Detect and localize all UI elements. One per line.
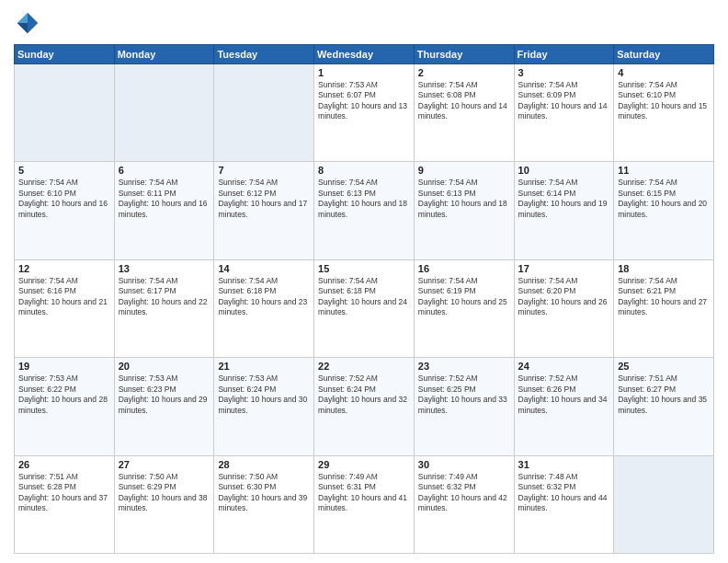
day-info: Sunrise: 7:50 AMSunset: 6:30 PMDaylight:…	[218, 472, 307, 512]
calendar-cell: 28 Sunrise: 7:50 AMSunset: 6:30 PMDaylig…	[214, 455, 314, 553]
day-number: 26	[18, 459, 110, 470]
day-info: Sunrise: 7:54 AMSunset: 6:16 PMDaylight:…	[18, 276, 108, 316]
day-number: 3	[518, 67, 610, 78]
day-info: Sunrise: 7:48 AMSunset: 6:32 PMDaylight:…	[518, 472, 608, 512]
day-info: Sunrise: 7:53 AMSunset: 6:23 PMDaylight:…	[119, 373, 208, 414]
day-number: 22	[318, 361, 410, 372]
day-info: Sunrise: 7:54 AMSunset: 6:13 PMDaylight:…	[318, 178, 407, 218]
day-number: 14	[218, 263, 310, 274]
day-info: Sunrise: 7:54 AMSunset: 6:18 PMDaylight:…	[218, 276, 307, 316]
day-number: 15	[318, 263, 410, 274]
weekday-header-saturday: Saturday	[614, 45, 714, 64]
day-number: 24	[518, 361, 610, 372]
header	[14, 9, 714, 37]
calendar-cell: 11 Sunrise: 7:54 AMSunset: 6:15 PMDaylig…	[614, 162, 714, 259]
day-info: Sunrise: 7:54 AMSunset: 6:17 PMDaylight:…	[119, 276, 208, 316]
week-row-4: 19 Sunrise: 7:53 AMSunset: 6:22 PMDaylig…	[15, 358, 714, 455]
calendar-cell: 24 Sunrise: 7:52 AMSunset: 6:26 PMDaylig…	[514, 358, 614, 455]
day-info: Sunrise: 7:53 AMSunset: 6:07 PMDaylight:…	[318, 80, 407, 121]
svg-marker-2	[17, 23, 28, 33]
calendar-cell: 21 Sunrise: 7:53 AMSunset: 6:24 PMDaylig…	[214, 358, 314, 455]
day-info: Sunrise: 7:54 AMSunset: 6:15 PMDaylight:…	[618, 178, 707, 218]
week-row-1: 1 Sunrise: 7:53 AMSunset: 6:07 PMDayligh…	[15, 64, 714, 162]
day-number: 10	[518, 165, 610, 176]
week-row-3: 12 Sunrise: 7:54 AMSunset: 6:16 PMDaylig…	[15, 259, 714, 357]
day-number: 20	[119, 361, 210, 372]
day-info: Sunrise: 7:54 AMSunset: 6:14 PMDaylight:…	[518, 178, 608, 218]
week-row-5: 26 Sunrise: 7:51 AMSunset: 6:28 PMDaylig…	[15, 455, 714, 553]
weekday-header-tuesday: Tuesday	[214, 45, 314, 64]
calendar-cell: 5 Sunrise: 7:54 AMSunset: 6:10 PMDayligh…	[15, 162, 115, 259]
calendar-cell: 4 Sunrise: 7:54 AMSunset: 6:10 PMDayligh…	[614, 64, 714, 162]
calendar-table: SundayMondayTuesdayWednesdayThursdayFrid…	[14, 44, 714, 554]
day-info: Sunrise: 7:54 AMSunset: 6:13 PMDaylight:…	[418, 178, 507, 218]
day-info: Sunrise: 7:52 AMSunset: 6:26 PMDaylight:…	[518, 373, 608, 414]
calendar-cell: 14 Sunrise: 7:54 AMSunset: 6:18 PMDaylig…	[214, 259, 314, 357]
day-info: Sunrise: 7:54 AMSunset: 6:10 PMDaylight:…	[618, 80, 707, 121]
day-info: Sunrise: 7:54 AMSunset: 6:10 PMDaylight:…	[18, 178, 108, 218]
day-info: Sunrise: 7:52 AMSunset: 6:24 PMDaylight:…	[318, 373, 407, 414]
day-number: 6	[119, 165, 210, 176]
day-info: Sunrise: 7:54 AMSunset: 6:12 PMDaylight:…	[218, 178, 307, 218]
day-info: Sunrise: 7:53 AMSunset: 6:22 PMDaylight:…	[18, 373, 108, 414]
calendar-cell: 9 Sunrise: 7:54 AMSunset: 6:13 PMDayligh…	[414, 162, 514, 259]
calendar-cell: 7 Sunrise: 7:54 AMSunset: 6:12 PMDayligh…	[214, 162, 314, 259]
weekday-header-row: SundayMondayTuesdayWednesdayThursdayFrid…	[15, 45, 714, 64]
svg-marker-0	[28, 13, 38, 34]
day-number: 30	[418, 459, 510, 470]
day-info: Sunrise: 7:54 AMSunset: 6:19 PMDaylight:…	[418, 276, 507, 316]
calendar-cell: 1 Sunrise: 7:53 AMSunset: 6:07 PMDayligh…	[314, 64, 415, 162]
day-info: Sunrise: 7:54 AMSunset: 6:18 PMDaylight:…	[318, 276, 407, 316]
calendar-cell: 19 Sunrise: 7:53 AMSunset: 6:22 PMDaylig…	[15, 358, 115, 455]
day-number: 4	[618, 67, 710, 78]
day-info: Sunrise: 7:49 AMSunset: 6:32 PMDaylight:…	[418, 472, 507, 512]
weekday-header-thursday: Thursday	[414, 45, 514, 64]
calendar-cell: 6 Sunrise: 7:54 AMSunset: 6:11 PMDayligh…	[114, 162, 214, 259]
day-number: 8	[318, 165, 410, 176]
calendar-cell: 8 Sunrise: 7:54 AMSunset: 6:13 PMDayligh…	[314, 162, 415, 259]
day-number: 27	[119, 459, 210, 470]
day-number: 7	[218, 165, 310, 176]
calendar-cell: 31 Sunrise: 7:48 AMSunset: 6:32 PMDaylig…	[514, 455, 614, 553]
day-info: Sunrise: 7:54 AMSunset: 6:08 PMDaylight:…	[418, 80, 507, 121]
calendar-cell: 26 Sunrise: 7:51 AMSunset: 6:28 PMDaylig…	[15, 455, 115, 553]
calendar-cell: 30 Sunrise: 7:49 AMSunset: 6:32 PMDaylig…	[414, 455, 514, 553]
day-number: 9	[418, 165, 510, 176]
calendar-cell: 16 Sunrise: 7:54 AMSunset: 6:19 PMDaylig…	[414, 259, 514, 357]
calendar-cell: 25 Sunrise: 7:51 AMSunset: 6:27 PMDaylig…	[614, 358, 714, 455]
day-number: 29	[318, 459, 410, 470]
day-info: Sunrise: 7:51 AMSunset: 6:28 PMDaylight:…	[18, 472, 108, 512]
weekday-header-friday: Friday	[514, 45, 614, 64]
day-number: 18	[618, 263, 710, 274]
calendar-cell: 27 Sunrise: 7:50 AMSunset: 6:29 PMDaylig…	[114, 455, 214, 553]
day-number: 23	[418, 361, 510, 372]
day-number: 1	[318, 67, 410, 78]
day-number: 13	[119, 263, 210, 274]
day-number: 11	[618, 165, 710, 176]
day-info: Sunrise: 7:54 AMSunset: 6:21 PMDaylight:…	[618, 276, 707, 316]
week-row-2: 5 Sunrise: 7:54 AMSunset: 6:10 PMDayligh…	[15, 162, 714, 259]
day-number: 25	[618, 361, 710, 372]
calendar-cell	[114, 64, 214, 162]
day-number: 5	[18, 165, 110, 176]
calendar-cell: 20 Sunrise: 7:53 AMSunset: 6:23 PMDaylig…	[114, 358, 214, 455]
calendar-cell	[614, 455, 714, 553]
day-info: Sunrise: 7:52 AMSunset: 6:25 PMDaylight:…	[418, 373, 507, 414]
day-info: Sunrise: 7:54 AMSunset: 6:09 PMDaylight:…	[518, 80, 608, 121]
day-info: Sunrise: 7:51 AMSunset: 6:27 PMDaylight:…	[618, 373, 707, 414]
calendar-cell	[214, 64, 314, 162]
day-info: Sunrise: 7:54 AMSunset: 6:11 PMDaylight:…	[119, 178, 208, 218]
day-number: 12	[18, 263, 110, 274]
calendar-cell: 3 Sunrise: 7:54 AMSunset: 6:09 PMDayligh…	[514, 64, 614, 162]
calendar-cell	[15, 64, 115, 162]
day-number: 17	[518, 263, 610, 274]
day-info: Sunrise: 7:49 AMSunset: 6:31 PMDaylight:…	[318, 472, 407, 512]
day-info: Sunrise: 7:53 AMSunset: 6:24 PMDaylight:…	[218, 373, 307, 414]
day-number: 2	[418, 67, 510, 78]
calendar-cell: 12 Sunrise: 7:54 AMSunset: 6:16 PMDaylig…	[15, 259, 115, 357]
day-info: Sunrise: 7:54 AMSunset: 6:20 PMDaylight:…	[518, 276, 608, 316]
weekday-header-monday: Monday	[114, 45, 214, 64]
calendar-cell: 10 Sunrise: 7:54 AMSunset: 6:14 PMDaylig…	[514, 162, 614, 259]
calendar-cell: 22 Sunrise: 7:52 AMSunset: 6:24 PMDaylig…	[314, 358, 415, 455]
day-number: 19	[18, 361, 110, 372]
